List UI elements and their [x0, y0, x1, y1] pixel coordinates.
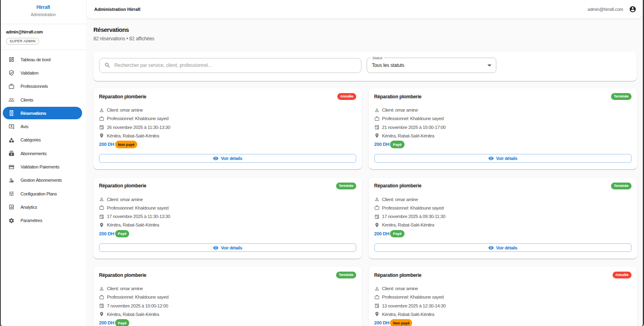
category-icon: [8, 137, 14, 143]
manage-accounts-icon: [8, 177, 14, 183]
sidebar-item-r-servations[interactable]: Réservations: [3, 107, 82, 119]
sidebar-item-tableau-de-bord[interactable]: Tableau de bord: [3, 53, 82, 66]
location-row: Kénitra, Rabat-Salé-Kénitra: [99, 311, 356, 318]
sidebar-item-abonnements[interactable]: Abonnements: [3, 147, 82, 160]
view-details-label: Voir détails: [496, 245, 518, 250]
briefcase-icon: [374, 116, 380, 121]
status-chip: Terminée: [336, 272, 356, 278]
status-select-label: Statut: [371, 56, 384, 60]
card-title: Réparation plomberie: [374, 94, 421, 100]
person-icon: [99, 197, 104, 202]
eye-icon: [488, 156, 494, 161]
dropdown-arrow-icon: [487, 64, 491, 66]
account-circle-icon: [629, 6, 636, 13]
card-header: Réparation plomberie Terminée: [99, 183, 356, 190]
book-online-icon: [8, 110, 14, 116]
card-title: Réparation plomberie: [99, 272, 146, 278]
sidebar-user-box: admin@hirrafi.com SUPER ADMIN: [1, 24, 86, 50]
briefcase-icon: [99, 205, 104, 210]
person-icon: [374, 286, 380, 291]
user-role-badge: SUPER ADMIN: [6, 38, 39, 45]
calendar-icon: [374, 125, 380, 130]
professional-row: Professionnel: Khaldoune sayed: [374, 115, 632, 122]
sidebar-item-professionnels[interactable]: Professionnels: [3, 80, 82, 93]
location-row: Kenitra, Rabat-Salé-Kénitra: [374, 222, 632, 228]
location-row: Kénitra, Rabat-Salé-Kénitra: [374, 133, 632, 139]
status-select[interactable]: Statut Tous les statuts: [367, 58, 496, 73]
browser-window: Hirrafi Administration admin@hirrafi.com…: [0, 0, 644, 326]
status-chip: Annulée: [337, 93, 356, 100]
view-details-button[interactable]: Voir détails: [99, 154, 356, 163]
datetime-row: 21 novembre 2025 à 15:00-17:00: [374, 124, 632, 131]
briefcase-icon: [374, 205, 380, 210]
status-chip: Annulée: [613, 272, 632, 278]
sidebar-item-configuration-plans[interactable]: Configuration Plans: [3, 187, 82, 200]
sidebar-item-analytics[interactable]: Analytics: [3, 201, 82, 213]
status-chip: Terminée: [611, 183, 631, 189]
view-details-button[interactable]: Voir détails: [374, 243, 632, 252]
calendar-icon: [99, 125, 104, 130]
price-row: 200 DH Payé: [374, 141, 632, 148]
sidebar-item-gestion-abonnements[interactable]: Gestion Abonnements: [3, 174, 82, 187]
price-text: 200 DH: [99, 142, 114, 147]
eye-icon: [213, 156, 219, 161]
sidebar-user-email: admin@hirrafi.com: [6, 29, 80, 34]
sidebar: Hirrafi Administration admin@hirrafi.com…: [1, 0, 86, 326]
reservation-card: Réparation plomberie Terminée Client: om…: [93, 267, 362, 326]
place-icon: [374, 133, 380, 138]
price-text: 200 DH: [374, 142, 390, 147]
person-icon: [99, 286, 104, 291]
price-text: 200 DH: [374, 231, 390, 236]
reservations-grid: Réparation plomberie Annulée Client: oma…: [93, 88, 637, 326]
status-select-value: Tous les statuts: [372, 62, 404, 68]
brand-subtitle: Administration: [1, 12, 86, 17]
filter-bar: Statut Tous les statuts: [93, 52, 637, 81]
tune-icon: [8, 191, 14, 197]
view-details-button[interactable]: Voir détails: [99, 243, 356, 252]
place-icon: [99, 222, 104, 228]
view-details-label: Voir détails: [221, 245, 242, 250]
datetime-row: 7 novembre 2025 à 10:00-12:00: [99, 303, 356, 309]
search-icon: [104, 62, 111, 69]
sidebar-menu: Tableau de bord Validation Professionnel…: [1, 50, 86, 227]
sidebar-item-cat-gories[interactable]: Catégories: [3, 134, 82, 146]
card-info-rows: Client: omar amine Professionnel: Khaldo…: [99, 196, 356, 228]
datetime-row: 17 novembre 2025 à 09:30-11:30: [374, 213, 632, 220]
briefcase-icon: [374, 295, 380, 300]
sidebar-item-param-tres[interactable]: Paramètres: [3, 214, 82, 227]
client-row: Client: omar amine: [99, 285, 356, 292]
credit-card-icon: [8, 164, 14, 170]
account-menu-button[interactable]: [626, 2, 640, 16]
calendar-icon: [374, 303, 380, 308]
sidebar-item-avis[interactable]: Avis: [3, 120, 82, 133]
view-details-button[interactable]: Voir détails: [374, 154, 632, 163]
dashboard-icon: [8, 56, 14, 62]
payment-chip: Payé: [390, 230, 404, 238]
client-row: Client: omar amine: [374, 107, 632, 113]
briefcase-icon: [99, 295, 104, 300]
reservation-card: Réparation plomberie Annulée Client: oma…: [93, 88, 362, 169]
place-icon: [374, 311, 380, 317]
price-text: 200 DH: [99, 231, 114, 236]
main-area: Administration Hirrafi admin@hirrafi.com…: [86, 0, 643, 326]
price-row: 200 DH Payé: [374, 230, 632, 237]
professional-row: Professionnel: Khaldoune sayed: [99, 294, 356, 300]
eye-icon: [488, 245, 494, 251]
card-info-rows: Client: omar amine Professionnel: Khaldo…: [374, 196, 632, 228]
sidebar-item-validation[interactable]: Validation: [3, 66, 82, 79]
reservation-card: Réparation plomberie Annulée Client: oma…: [369, 267, 637, 326]
card-info-rows: Client: omar amine Professionnel: Khaldo…: [374, 107, 632, 139]
sidebar-item-validation-paiements[interactable]: Validation Paiements: [3, 160, 82, 173]
status-chip: Terminée: [611, 93, 631, 100]
brand-title: Hirrafi: [1, 4, 86, 10]
search-input[interactable]: [111, 58, 361, 73]
page-title: Réservations: [93, 26, 637, 34]
person-icon: [374, 197, 380, 202]
search-box: [99, 58, 361, 73]
card-title: Réparation plomberie: [374, 183, 421, 189]
price-text: 200 DH: [374, 320, 390, 325]
card-header: Réparation plomberie Annulée: [374, 272, 632, 279]
card-header: Réparation plomberie Terminée: [374, 93, 632, 100]
client-row: Client: omar amine: [374, 196, 632, 203]
sidebar-item-clients[interactable]: Clients: [3, 93, 82, 106]
